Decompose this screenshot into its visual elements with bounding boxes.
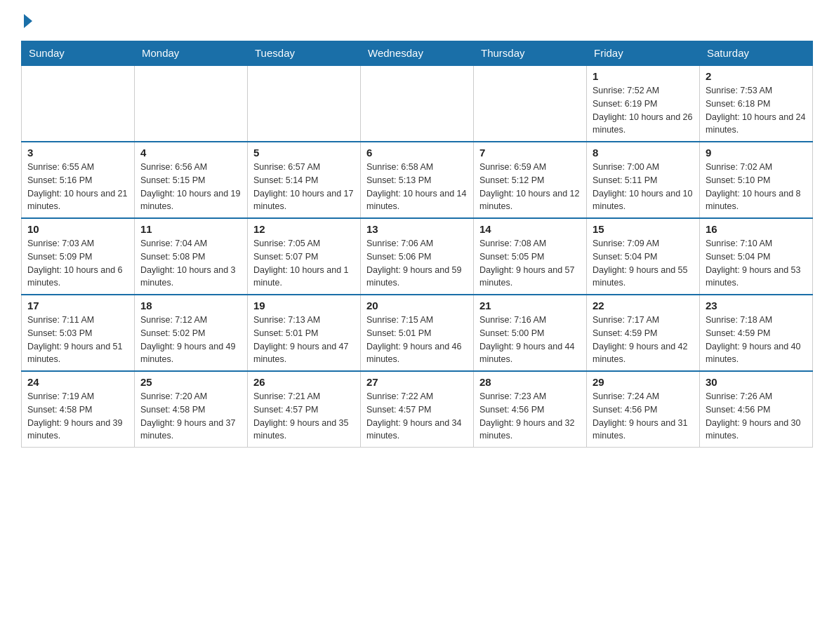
day-number: 10: [27, 223, 128, 235]
week-row-3: 10Sunrise: 7:03 AMSunset: 5:09 PMDayligh…: [22, 218, 813, 295]
day-number: 6: [366, 147, 468, 159]
calendar-cell-3-5: 14Sunrise: 7:08 AMSunset: 5:05 PMDayligh…: [474, 218, 587, 295]
calendar-cell-3-7: 16Sunrise: 7:10 AMSunset: 5:04 PMDayligh…: [700, 218, 813, 295]
day-info: Sunrise: 7:00 AMSunset: 5:11 PMDaylight:…: [593, 161, 694, 213]
calendar-cell-1-7: 2Sunrise: 7:53 AMSunset: 6:18 PMDaylight…: [700, 65, 813, 142]
day-number: 29: [593, 376, 694, 388]
day-info: Sunrise: 7:18 AMSunset: 4:59 PMDaylight:…: [706, 314, 807, 366]
calendar-cell-2-2: 4Sunrise: 6:56 AMSunset: 5:15 PMDaylight…: [135, 142, 248, 218]
day-number: 25: [140, 376, 241, 388]
calendar-cell-3-1: 10Sunrise: 7:03 AMSunset: 5:09 PMDayligh…: [22, 218, 135, 295]
day-info: Sunrise: 6:58 AMSunset: 5:13 PMDaylight:…: [366, 161, 468, 213]
calendar-cell-5-1: 24Sunrise: 7:19 AMSunset: 4:58 PMDayligh…: [22, 371, 135, 448]
weekday-header-monday: Monday: [135, 41, 248, 66]
day-info: Sunrise: 6:59 AMSunset: 5:12 PMDaylight:…: [479, 161, 581, 213]
day-info: Sunrise: 7:24 AMSunset: 4:56 PMDaylight:…: [593, 390, 694, 443]
day-info: Sunrise: 7:09 AMSunset: 5:04 PMDaylight:…: [593, 237, 694, 290]
day-number: 30: [706, 376, 807, 388]
day-info: Sunrise: 7:06 AMSunset: 5:06 PMDaylight:…: [366, 237, 468, 290]
day-number: 22: [593, 300, 694, 311]
day-number: 28: [479, 376, 581, 388]
calendar-cell-2-7: 9Sunrise: 7:02 AMSunset: 5:10 PMDaylight…: [700, 142, 813, 218]
page-header: [21, 14, 813, 28]
weekday-header-thursday: Thursday: [474, 41, 587, 66]
weekday-header-saturday: Saturday: [700, 41, 813, 66]
day-info: Sunrise: 7:23 AMSunset: 4:56 PMDaylight:…: [479, 390, 581, 443]
calendar-cell-5-3: 26Sunrise: 7:21 AMSunset: 4:57 PMDayligh…: [248, 371, 361, 448]
day-info: Sunrise: 7:19 AMSunset: 4:58 PMDaylight:…: [27, 390, 128, 443]
day-info: Sunrise: 7:52 AMSunset: 6:19 PMDaylight:…: [593, 84, 694, 137]
day-number: 5: [253, 147, 355, 159]
day-info: Sunrise: 7:13 AMSunset: 5:01 PMDaylight:…: [253, 314, 355, 366]
day-number: 15: [593, 223, 694, 235]
day-number: 1: [593, 70, 694, 82]
week-row-4: 17Sunrise: 7:11 AMSunset: 5:03 PMDayligh…: [22, 295, 813, 371]
calendar-cell-1-2: [135, 65, 248, 142]
calendar-cell-1-4: [361, 65, 474, 142]
calendar-cell-4-6: 22Sunrise: 7:17 AMSunset: 4:59 PMDayligh…: [587, 295, 700, 371]
weekday-header-row: SundayMondayTuesdayWednesdayThursdayFrid…: [22, 41, 813, 66]
calendar-cell-3-2: 11Sunrise: 7:04 AMSunset: 5:08 PMDayligh…: [135, 218, 248, 295]
calendar-cell-4-5: 21Sunrise: 7:16 AMSunset: 5:00 PMDayligh…: [474, 295, 587, 371]
day-info: Sunrise: 7:53 AMSunset: 6:18 PMDaylight:…: [706, 84, 807, 137]
weekday-header-wednesday: Wednesday: [361, 41, 474, 66]
day-number: 16: [706, 223, 807, 235]
calendar-cell-1-5: [474, 65, 587, 142]
calendar-cell-4-7: 23Sunrise: 7:18 AMSunset: 4:59 PMDayligh…: [700, 295, 813, 371]
day-info: Sunrise: 7:04 AMSunset: 5:08 PMDaylight:…: [140, 237, 241, 290]
calendar-cell-1-3: [248, 65, 361, 142]
day-info: Sunrise: 6:57 AMSunset: 5:14 PMDaylight:…: [253, 161, 355, 213]
calendar-cell-4-4: 20Sunrise: 7:15 AMSunset: 5:01 PMDayligh…: [361, 295, 474, 371]
calendar-cell-3-4: 13Sunrise: 7:06 AMSunset: 5:06 PMDayligh…: [361, 218, 474, 295]
day-number: 23: [706, 300, 807, 311]
weekday-header-tuesday: Tuesday: [248, 41, 361, 66]
day-number: 20: [366, 300, 468, 311]
day-number: 13: [366, 223, 468, 235]
week-row-1: 1Sunrise: 7:52 AMSunset: 6:19 PMDaylight…: [22, 65, 813, 142]
day-info: Sunrise: 6:56 AMSunset: 5:15 PMDaylight:…: [140, 161, 241, 213]
day-number: 24: [27, 376, 128, 388]
day-info: Sunrise: 6:55 AMSunset: 5:16 PMDaylight:…: [27, 161, 128, 213]
calendar-cell-5-4: 27Sunrise: 7:22 AMSunset: 4:57 PMDayligh…: [361, 371, 474, 448]
day-number: 4: [140, 147, 241, 159]
day-info: Sunrise: 7:15 AMSunset: 5:01 PMDaylight:…: [366, 314, 468, 366]
calendar-cell-1-6: 1Sunrise: 7:52 AMSunset: 6:19 PMDaylight…: [587, 65, 700, 142]
day-info: Sunrise: 7:03 AMSunset: 5:09 PMDaylight:…: [27, 237, 128, 290]
day-info: Sunrise: 7:08 AMSunset: 5:05 PMDaylight:…: [479, 237, 581, 290]
day-info: Sunrise: 7:02 AMSunset: 5:10 PMDaylight:…: [706, 161, 807, 213]
calendar-cell-2-5: 7Sunrise: 6:59 AMSunset: 5:12 PMDaylight…: [474, 142, 587, 218]
calendar-cell-3-3: 12Sunrise: 7:05 AMSunset: 5:07 PMDayligh…: [248, 218, 361, 295]
day-info: Sunrise: 7:20 AMSunset: 4:58 PMDaylight:…: [140, 390, 241, 443]
day-number: 26: [253, 376, 355, 388]
calendar-cell-2-3: 5Sunrise: 6:57 AMSunset: 5:14 PMDaylight…: [248, 142, 361, 218]
weekday-header-sunday: Sunday: [22, 41, 135, 66]
calendar-cell-2-6: 8Sunrise: 7:00 AMSunset: 5:11 PMDaylight…: [587, 142, 700, 218]
day-number: 19: [253, 300, 355, 311]
day-number: 2: [706, 70, 807, 82]
day-number: 27: [366, 376, 468, 388]
day-info: Sunrise: 7:16 AMSunset: 5:00 PMDaylight:…: [479, 314, 581, 366]
calendar-table: SundayMondayTuesdayWednesdayThursdayFrid…: [21, 41, 813, 448]
calendar-cell-4-2: 18Sunrise: 7:12 AMSunset: 5:02 PMDayligh…: [135, 295, 248, 371]
logo: [21, 14, 32, 28]
day-number: 7: [479, 147, 581, 159]
calendar-cell-2-4: 6Sunrise: 6:58 AMSunset: 5:13 PMDaylight…: [361, 142, 474, 218]
calendar-cell-3-6: 15Sunrise: 7:09 AMSunset: 5:04 PMDayligh…: [587, 218, 700, 295]
day-info: Sunrise: 7:17 AMSunset: 4:59 PMDaylight:…: [593, 314, 694, 366]
day-info: Sunrise: 7:11 AMSunset: 5:03 PMDaylight:…: [27, 314, 128, 366]
day-number: 18: [140, 300, 241, 311]
day-number: 8: [593, 147, 694, 159]
calendar-cell-5-2: 25Sunrise: 7:20 AMSunset: 4:58 PMDayligh…: [135, 371, 248, 448]
day-info: Sunrise: 7:05 AMSunset: 5:07 PMDaylight:…: [253, 237, 355, 290]
calendar-cell-4-1: 17Sunrise: 7:11 AMSunset: 5:03 PMDayligh…: [22, 295, 135, 371]
day-info: Sunrise: 7:26 AMSunset: 4:56 PMDaylight:…: [706, 390, 807, 443]
week-row-5: 24Sunrise: 7:19 AMSunset: 4:58 PMDayligh…: [22, 371, 813, 448]
day-info: Sunrise: 7:12 AMSunset: 5:02 PMDaylight:…: [140, 314, 241, 366]
logo-arrow-icon: [24, 14, 32, 28]
day-number: 17: [27, 300, 128, 311]
calendar-cell-5-6: 29Sunrise: 7:24 AMSunset: 4:56 PMDayligh…: [587, 371, 700, 448]
day-info: Sunrise: 7:10 AMSunset: 5:04 PMDaylight:…: [706, 237, 807, 290]
weekday-header-friday: Friday: [587, 41, 700, 66]
calendar-cell-5-7: 30Sunrise: 7:26 AMSunset: 4:56 PMDayligh…: [700, 371, 813, 448]
day-number: 9: [706, 147, 807, 159]
